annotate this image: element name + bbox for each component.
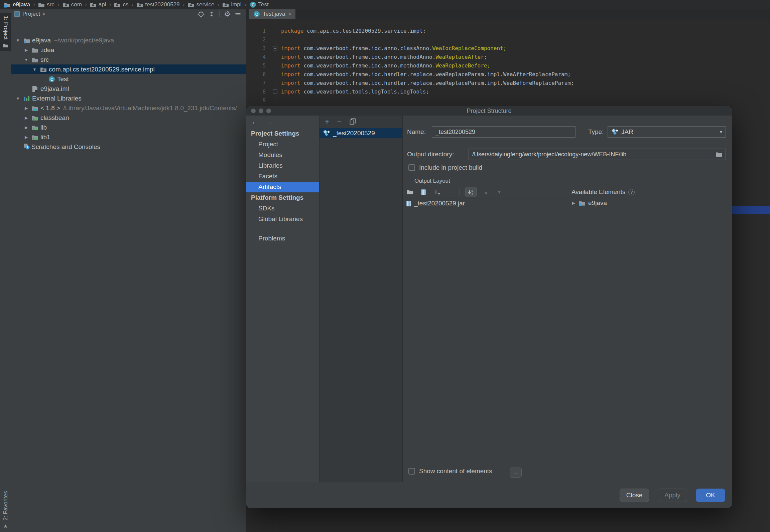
include-in-build-checkbox[interactable] xyxy=(408,164,415,171)
browse-folder-icon[interactable] xyxy=(716,151,722,157)
tree-row-external-libraries[interactable]: ▼External Libraries xyxy=(11,94,246,103)
locate-button[interactable] xyxy=(197,10,205,18)
collapse-all-button[interactable] xyxy=(207,10,216,18)
chevron-expanded-icon[interactable]: ▼ xyxy=(14,96,22,101)
output-directory-field[interactable] xyxy=(469,149,726,160)
window-controls[interactable] xyxy=(251,109,271,113)
settings-button[interactable]: ⚙ xyxy=(223,10,232,18)
chevron-expanded-icon[interactable]: ▼ xyxy=(22,57,30,62)
more-options-button[interactable]: ... xyxy=(510,468,522,478)
chevron-collapsed-icon[interactable]: ▶ xyxy=(22,135,30,140)
nav-item-global-libraries[interactable]: Global Libraries xyxy=(246,214,319,224)
chevron-collapsed-icon[interactable]: ▶ xyxy=(22,125,30,130)
back-icon[interactable]: ← xyxy=(251,118,258,126)
editor-tab-bar: C Test.java × xyxy=(246,9,770,19)
tree-row-com-api-cs-test20200529-service-impl[interactable]: ▼com.api.cs.test20200529.service.impl xyxy=(11,64,246,74)
stripe-button-favorites[interactable]: 2: Favorites ★ xyxy=(0,491,11,529)
project-tool-window: Project ▾ ⚙ ▼e9java~/work/project/e9java… xyxy=(11,9,246,532)
breadcrumb-item-service[interactable]: service xyxy=(187,1,215,8)
chevron-down-icon[interactable]: ▾ xyxy=(43,12,45,17)
tree-row-e9java-iml[interactable]: e9java.iml xyxy=(11,84,246,94)
close-icon[interactable]: × xyxy=(288,11,291,17)
tree-row-lib[interactable]: ▶lib xyxy=(11,123,246,132)
chevron-collapsed-icon[interactable]: ▶ xyxy=(571,201,576,205)
window-minimize-icon[interactable] xyxy=(259,109,263,113)
code-line: package com.api.cs.test20200529.service.… xyxy=(281,27,574,35)
add-directory-button[interactable] xyxy=(406,187,414,197)
remove-button[interactable]: − xyxy=(337,118,342,126)
name-input[interactable] xyxy=(435,129,572,136)
nav-item-artifacts[interactable]: Artifacts xyxy=(246,182,319,192)
breadcrumb-separator: › xyxy=(109,1,111,8)
artifact-list-item[interactable]: _test20200529 xyxy=(319,128,402,138)
tree-row-classbean[interactable]: ▶classbean xyxy=(11,113,246,123)
window-zoom-icon[interactable] xyxy=(266,109,271,113)
show-content-checkbox[interactable] xyxy=(408,468,415,475)
tree-row-e9java[interactable]: ▼e9java~/work/project/e9java xyxy=(11,35,246,45)
package-icon xyxy=(136,2,143,8)
remove-button[interactable]: − xyxy=(446,187,454,197)
svg-text:C: C xyxy=(50,77,53,81)
package-icon xyxy=(114,2,121,8)
breadcrumb-item-e9java[interactable]: e9java xyxy=(3,1,31,8)
fold-marker[interactable]: – xyxy=(273,46,277,50)
include-in-build-row[interactable]: Include in project build xyxy=(408,164,482,171)
help-icon[interactable]: ? xyxy=(628,189,635,195)
output-layout-item[interactable]: _test20200529.jar xyxy=(403,198,567,208)
tree-row-lib1[interactable]: ▶lib1 xyxy=(11,132,246,142)
type-dropdown[interactable]: JAR ▾ xyxy=(608,126,726,138)
tree-hint: ~/work/project/e9java xyxy=(54,37,114,44)
jar-content-button[interactable] xyxy=(419,187,427,197)
name-field[interactable] xyxy=(432,126,575,138)
tree-row--idea[interactable]: ▶.idea xyxy=(11,45,246,55)
fold-marker[interactable]: – xyxy=(273,90,277,94)
add-button[interactable]: +▾ xyxy=(433,187,441,197)
hide-button[interactable] xyxy=(234,10,242,18)
show-content-row[interactable]: Show content of elements xyxy=(408,468,492,475)
available-element-item[interactable]: ▶e9java xyxy=(567,198,732,208)
tree-row-src[interactable]: ▼src xyxy=(11,55,246,64)
stripe-button-project[interactable]: 1: Project xyxy=(0,13,11,51)
nav-item-project[interactable]: Project xyxy=(246,139,319,150)
chevron-expanded-icon[interactable]: ▼ xyxy=(30,67,39,72)
breadcrumb-item-impl[interactable]: impl xyxy=(222,1,242,8)
breadcrumb-item-test20200529[interactable]: test20200529 xyxy=(136,1,180,8)
project-view-selector[interactable]: Project xyxy=(22,11,40,17)
tab-test-java[interactable]: C Test.java × xyxy=(249,9,295,19)
window-close-icon[interactable] xyxy=(251,109,256,113)
output-directory-input[interactable] xyxy=(472,151,713,158)
chevron-collapsed-icon[interactable]: ▶ xyxy=(22,116,30,120)
chevron-expanded-icon[interactable]: ▼ xyxy=(14,38,22,43)
breadcrumb-item-com[interactable]: com xyxy=(62,1,83,8)
breadcrumb-item-src[interactable]: src xyxy=(37,1,55,8)
nav-item-libraries[interactable]: Libraries xyxy=(246,160,319,171)
nav-item-facets[interactable]: Facets xyxy=(246,171,319,182)
breadcrumb-item-api[interactable]: api xyxy=(89,1,107,8)
move-down-button[interactable]: ▼ xyxy=(495,187,503,197)
apply-button[interactable]: Apply xyxy=(658,489,687,502)
copy-button[interactable] xyxy=(350,118,356,126)
tree-row-test[interactable]: CTest xyxy=(11,74,246,84)
close-button[interactable]: Close xyxy=(620,489,649,502)
tree-row-scratches-and-consoles[interactable]: Scratches and Consoles xyxy=(11,142,246,152)
folder-icon xyxy=(32,57,38,63)
chevron-collapsed-icon[interactable]: ▶ xyxy=(22,106,30,111)
breadcrumb-item-cs[interactable]: cs xyxy=(113,1,129,8)
chevron-collapsed-icon[interactable]: ▶ xyxy=(22,48,30,52)
breadcrumb-item-Test[interactable]: CTest xyxy=(249,1,269,8)
tree-label: e9java xyxy=(32,37,51,44)
breadcrumb-label: test20200529 xyxy=(145,1,179,8)
add-button[interactable]: + xyxy=(325,118,329,126)
nav-item-problems[interactable]: Problems xyxy=(246,233,319,244)
ok-button[interactable]: OK xyxy=(696,489,725,502)
move-up-button[interactable]: ▲ xyxy=(482,187,490,197)
breadcrumb-label: Test xyxy=(258,1,269,8)
sort-alpha-button[interactable]: az xyxy=(465,187,477,197)
forward-icon[interactable]: → xyxy=(265,118,272,126)
folder-icon xyxy=(3,43,8,48)
nav-item-modules[interactable]: Modules xyxy=(246,150,319,160)
code-line xyxy=(281,96,574,105)
class-icon: C xyxy=(48,76,55,82)
tree-row--1-8-[interactable]: ▶< 1.8 >/Library/Java/JavaVirtualMachine… xyxy=(11,103,246,113)
nav-item-sdks[interactable]: SDKs xyxy=(246,203,319,214)
